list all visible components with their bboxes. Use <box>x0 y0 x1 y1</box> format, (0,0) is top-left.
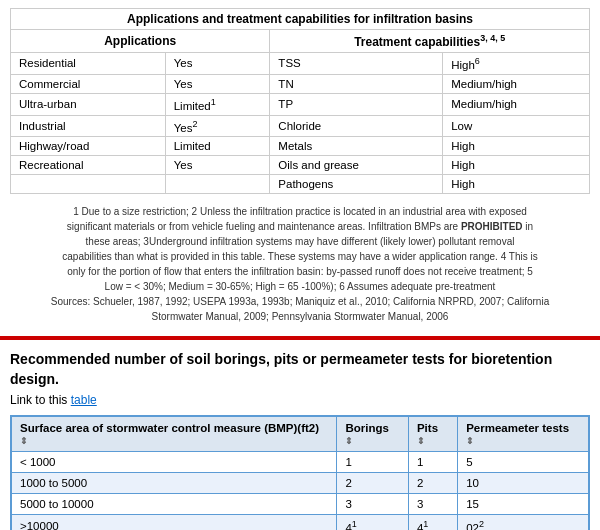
app-cell <box>11 175 166 194</box>
pits-cell: 3 <box>408 493 457 514</box>
treat-val-cell: Medium/high <box>443 93 590 115</box>
perm-tests-cell: 15 <box>458 493 589 514</box>
perm-tests-cell: 022 <box>458 514 589 530</box>
treatment-cell: Pathogens <box>270 175 443 194</box>
top-section: Applications and treatment capabilities … <box>0 0 600 332</box>
pits-cell: 1 <box>408 451 457 472</box>
red-divider <box>0 336 600 340</box>
footnote-line: 1 Due to a size restriction; 2 Unless th… <box>12 204 588 219</box>
borings-cell: 1 <box>337 451 409 472</box>
applications-table: Applications and treatment capabilities … <box>10 8 590 194</box>
treat-val-cell: Medium/high <box>443 74 590 93</box>
sort-icon[interactable]: ⇕ <box>417 436 425 446</box>
table-caption: Applications and treatment capabilities … <box>11 9 590 30</box>
app-cell: Highway/road <box>11 137 166 156</box>
perm-tests-cell: 5 <box>458 451 589 472</box>
app-cell: Recreational <box>11 156 166 175</box>
pits-cell: 2 <box>408 472 457 493</box>
treatment-cell: Chloride <box>270 115 443 137</box>
footnote-line: capabilities than what is provided in th… <box>12 249 588 264</box>
footnote-line: Low = < 30%; Medium = 30-65%; High = 65 … <box>12 279 588 294</box>
borings-col-header: Permeameter tests ⇕ <box>458 416 589 452</box>
app-cell: Residential <box>11 53 166 75</box>
area-cell: 5000 to 10000 <box>11 493 337 514</box>
treat-val-cell: High <box>443 175 590 194</box>
app-val-cell: Limited <box>165 137 270 156</box>
app-cell: Industrial <box>11 115 166 137</box>
treat-val-cell: High <box>443 156 590 175</box>
footnote-line: only for the portion of flow that enters… <box>12 264 588 279</box>
sort-icon[interactable]: ⇕ <box>466 436 474 446</box>
table-link[interactable]: table <box>71 393 97 407</box>
app-val-cell: Yes <box>165 74 270 93</box>
footnote-line: Sources: Schueler, 1987, 1992; USEPA 199… <box>12 294 588 309</box>
treat-val-cell: Low <box>443 115 590 137</box>
app-val-cell: Yes <box>165 53 270 75</box>
col-applications-header: Applications <box>11 30 270 53</box>
footnote-line: Stormwater Manual, 2009; Pennsylvania St… <box>12 309 588 324</box>
treatment-cell: Metals <box>270 137 443 156</box>
app-val-cell: Yes2 <box>165 115 270 137</box>
perm-tests-cell: 10 <box>458 472 589 493</box>
footnote-line: these areas; 3Underground infiltration s… <box>12 234 588 249</box>
borings-col-header: Pits ⇕ <box>408 416 457 452</box>
borings-col-header: Surface area of stormwater control measu… <box>11 416 337 452</box>
app-val-cell: Yes <box>165 156 270 175</box>
area-cell: < 1000 <box>11 451 337 472</box>
treat-val-cell: High <box>443 137 590 156</box>
app-cell: Commercial <box>11 74 166 93</box>
treatment-cell: Oils and grease <box>270 156 443 175</box>
footnotes-block: 1 Due to a size restriction; 2 Unless th… <box>10 200 590 328</box>
treatment-cell: TN <box>270 74 443 93</box>
footnote-line: significant materials or from vehicle fu… <box>12 219 588 234</box>
treat-val-cell: High6 <box>443 53 590 75</box>
area-cell: 1000 to 5000 <box>11 472 337 493</box>
link-prefix: Link to this <box>10 393 67 407</box>
app-val-cell <box>165 175 270 194</box>
pits-cell: 41 <box>408 514 457 530</box>
link-line: Link to this table <box>10 393 590 407</box>
borings-cell: 2 <box>337 472 409 493</box>
borings-cell: 3 <box>337 493 409 514</box>
app-val-cell: Limited1 <box>165 93 270 115</box>
treatment-cell: TP <box>270 93 443 115</box>
borings-cell: 41 <box>337 514 409 530</box>
borings-table: Surface area of stormwater control measu… <box>10 415 590 530</box>
treatment-cell: TSS <box>270 53 443 75</box>
area-cell: >10000 <box>11 514 337 530</box>
sort-icon[interactable]: ⇕ <box>345 436 353 446</box>
sort-icon[interactable]: ⇕ <box>20 436 28 446</box>
borings-col-header: Borings ⇕ <box>337 416 409 452</box>
recommended-title: Recommended number of soil borings, pits… <box>10 350 590 389</box>
recommended-section: Recommended number of soil borings, pits… <box>0 344 600 530</box>
col-treatment-header: Treatment capabilities3, 4, 5 <box>270 30 590 53</box>
app-cell: Ultra-urban <box>11 93 166 115</box>
